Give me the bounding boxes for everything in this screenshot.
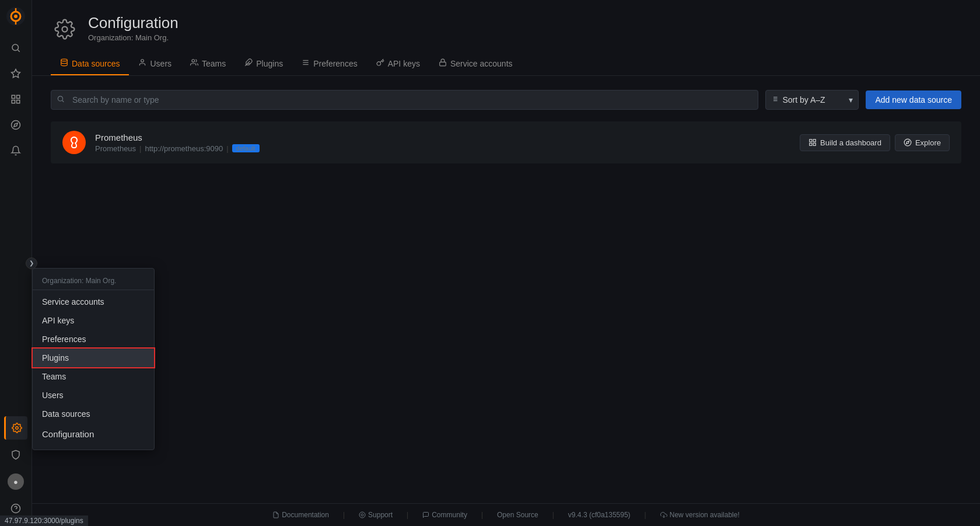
content-area: Sort by A–ZSort by Z–A Add new data sour… [32, 76, 980, 503]
datasource-actions: Build a dashboard Explore [800, 134, 950, 151]
svg-rect-26 [440, 62, 446, 65]
users-tab-icon [138, 58, 146, 68]
svg-point-5 [12, 44, 19, 51]
float-menu-item-api-keys[interactable]: API keys [33, 311, 154, 330]
svg-rect-36 [813, 140, 816, 142]
datasource-row: Prometheus Prometheus | http://prometheu… [51, 121, 961, 163]
svg-point-17 [62, 27, 68, 32]
svg-rect-8 [12, 95, 15, 98]
svg-rect-10 [12, 100, 15, 103]
svg-marker-7 [12, 69, 20, 78]
page-subtitle: Organization: Main Org. [88, 33, 178, 42]
svg-point-14 [15, 427, 18, 430]
svg-point-27 [58, 96, 62, 101]
float-menu-item-data-sources[interactable]: Data sources [33, 405, 154, 423]
datasource-badge: default [232, 144, 260, 152]
tab-teams[interactable]: Teams [181, 53, 235, 75]
explore-nav-icon[interactable] [4, 113, 27, 137]
meta-separator-2: | [226, 144, 228, 153]
svg-marker-40 [906, 141, 909, 144]
svg-point-2 [14, 15, 18, 18]
tab-data-sources[interactable]: Data sources [51, 53, 129, 75]
main-content: Configuration Organization: Main Org. Da… [32, 0, 980, 526]
float-menu-item-plugins[interactable]: Plugins [33, 349, 154, 367]
sidebar: ❯ ● [0, 0, 32, 526]
version-link[interactable]: v9.4.3 (cf0a135595) [568, 511, 631, 519]
datasource-type: Prometheus [95, 144, 136, 153]
datasource-meta: Prometheus | http://prometheus:9090 | de… [95, 144, 790, 153]
preferences-tab-icon [302, 58, 310, 68]
svg-point-42 [361, 514, 363, 516]
svg-point-41 [359, 512, 365, 518]
datasource-name: Prometheus [95, 133, 790, 142]
datasource-info: Prometheus Prometheus | http://prometheu… [95, 133, 790, 153]
service-accounts-tab-icon [439, 58, 447, 68]
app-logo[interactable] [6, 7, 25, 26]
svg-rect-11 [17, 100, 20, 103]
tab-service-accounts[interactable]: Service accounts [429, 53, 522, 75]
new-version-link[interactable]: New version available! [660, 511, 740, 519]
tab-preferences[interactable]: Preferences [292, 53, 366, 75]
float-menu: Organization: Main Org. Service accounts… [32, 268, 155, 450]
api-keys-tab-icon [376, 58, 384, 68]
float-menu-item-teams[interactable]: Teams [33, 367, 154, 386]
page-footer: Documentation | Support | Community | Op… [32, 503, 980, 526]
sidebar-bottom: ● [4, 415, 27, 521]
svg-point-18 [61, 59, 68, 61]
build-dashboard-button[interactable]: Build a dashboard [800, 134, 890, 151]
svg-point-19 [141, 60, 144, 62]
datasource-url: http://prometheus:9090 [145, 144, 223, 153]
data-sources-tab-icon [60, 58, 68, 68]
svg-point-12 [12, 121, 20, 130]
add-datasource-button[interactable]: Add new data source [866, 90, 961, 109]
page-header-text: Configuration Organization: Main Org. [88, 14, 178, 42]
page-header: Configuration Organization: Main Org. [32, 0, 980, 43]
support-link[interactable]: Support [359, 511, 393, 519]
svg-point-20 [192, 60, 195, 62]
float-menu-title: Configuration [33, 423, 154, 445]
float-menu-item-users[interactable]: Users [33, 386, 154, 405]
documentation-link[interactable]: Documentation [272, 511, 329, 519]
float-menu-item-preferences[interactable]: Preferences [33, 330, 154, 349]
config-nav-icon[interactable] [4, 416, 27, 440]
sort-icon [771, 96, 778, 104]
svg-point-39 [904, 139, 911, 146]
svg-rect-9 [17, 95, 20, 98]
search-bar: Sort by A–ZSort by Z–A Add new data sour… [51, 90, 961, 110]
page-title: Configuration [88, 14, 178, 32]
svg-rect-37 [810, 143, 812, 145]
starred-nav-icon[interactable] [4, 62, 27, 85]
search-nav-icon[interactable] [4, 36, 27, 60]
plugins-tab-icon [244, 58, 253, 68]
svg-rect-35 [810, 140, 812, 142]
shield-nav-icon[interactable] [4, 443, 27, 466]
teams-tab-icon [190, 58, 198, 68]
tab-plugins[interactable]: Plugins [235, 53, 292, 75]
sidebar-expand-button[interactable]: ❯ [26, 257, 37, 269]
tabs-bar: Data sources Users Teams Plugins Prefere… [32, 53, 980, 76]
float-menu-item-service-accounts[interactable]: Service accounts [33, 292, 154, 311]
page-header-icon [51, 15, 79, 43]
sort-select-wrap: Sort by A–ZSort by Z–A [765, 90, 859, 110]
tab-users[interactable]: Users [129, 53, 181, 75]
explore-label: Explore [915, 138, 941, 147]
url-hint: 47.97.9.120:3000/plugins [0, 515, 88, 526]
svg-marker-13 [14, 123, 18, 127]
explore-button[interactable]: Explore [895, 134, 950, 151]
sort-select[interactable]: Sort by A–ZSort by Z–A [765, 90, 859, 110]
meta-separator: | [139, 144, 141, 153]
user-avatar[interactable]: ● [4, 470, 27, 493]
tab-api-keys[interactable]: API keys [367, 53, 429, 75]
build-dashboard-label: Build a dashboard [820, 138, 881, 147]
svg-line-28 [62, 100, 64, 102]
svg-line-6 [18, 50, 19, 51]
search-icon [57, 95, 65, 105]
dashboards-nav-icon[interactable] [4, 88, 27, 111]
svg-rect-38 [813, 143, 816, 145]
prometheus-icon-wrap [62, 131, 86, 154]
community-link[interactable]: Community [422, 511, 467, 519]
search-input[interactable] [51, 90, 758, 110]
open-source-link[interactable]: Open Source [497, 511, 538, 519]
float-menu-org: Organization: Main Org. [33, 273, 154, 290]
alerts-nav-icon[interactable] [4, 139, 27, 162]
